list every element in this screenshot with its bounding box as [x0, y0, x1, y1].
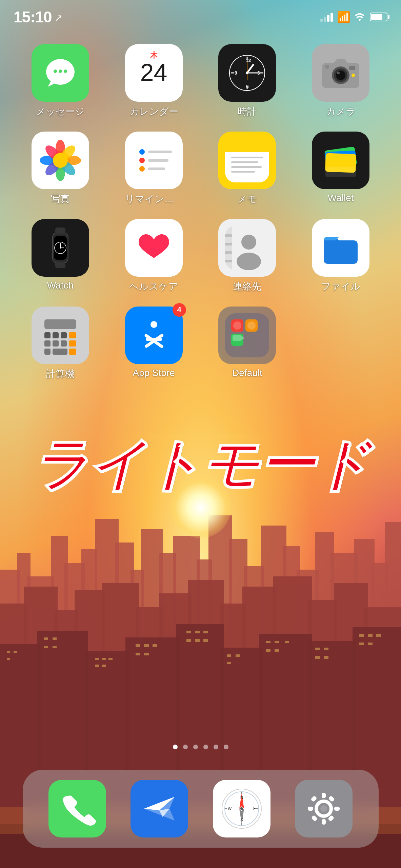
svg-rect-179 [53, 340, 59, 347]
svg-rect-167 [225, 251, 232, 254]
page-dot-2[interactable] [183, 745, 188, 749]
app-photos[interactable]: 写真 [17, 132, 104, 205]
page-dot-6[interactable] [224, 745, 228, 749]
notes-icon [218, 132, 276, 189]
svg-point-129 [53, 153, 68, 168]
svg-rect-76 [275, 641, 279, 643]
svg-point-131 [139, 149, 145, 155]
svg-rect-86 [376, 634, 381, 637]
svg-text:6: 6 [246, 84, 249, 89]
svg-rect-85 [368, 634, 373, 637]
page-dot-4[interactable] [203, 745, 208, 749]
watch-label: Watch [47, 280, 74, 291]
app-health[interactable]: ヘルスケア [111, 219, 197, 293]
clock-icon: 12 3 6 9 [218, 44, 276, 102]
svg-rect-174 [44, 332, 51, 338]
svg-rect-69 [186, 639, 191, 642]
reminders-icon [125, 132, 183, 189]
svg-rect-187 [146, 338, 162, 341]
page-dot-1[interactable] [173, 745, 178, 749]
svg-rect-83 [324, 656, 328, 659]
svg-point-132 [139, 158, 145, 163]
svg-rect-136 [148, 167, 165, 170]
svg-rect-74 [227, 662, 231, 664]
calendar-label: カレンダー [129, 105, 178, 118]
battery-icon [370, 13, 387, 21]
app-watch[interactable]: Watch [17, 219, 104, 293]
safari-icon: N S E W [213, 780, 270, 837]
svg-point-215 [240, 807, 243, 810]
svg-rect-145 [231, 171, 255, 173]
svg-rect-181 [69, 340, 76, 347]
status-time: 15:10 [14, 8, 52, 26]
dock-settings[interactable] [295, 780, 353, 837]
svg-rect-164 [225, 226, 232, 270]
svg-rect-63 [153, 644, 157, 647]
svg-rect-51 [7, 658, 10, 660]
spark-icon [131, 780, 188, 837]
svg-text:E: E [253, 806, 256, 811]
svg-rect-66 [186, 631, 191, 633]
svg-rect-70 [195, 639, 200, 642]
app-appstore[interactable]: 4 App Store [111, 307, 197, 380]
svg-rect-178 [44, 340, 51, 347]
app-calculator[interactable]: 計算機 [17, 307, 104, 380]
dock-safari[interactable]: N S E W [213, 780, 270, 837]
files-icon [312, 219, 369, 277]
svg-rect-82 [315, 656, 320, 659]
app-wallet[interactable]: Wallet [297, 132, 384, 205]
svg-point-118 [325, 65, 329, 69]
svg-rect-117 [349, 66, 355, 70]
app-grid: メッセージ 木 24 カレンダー 12 3 6 [0, 37, 401, 387]
svg-rect-220 [322, 819, 326, 825]
svg-rect-68 [203, 631, 208, 633]
wallet-icon [312, 132, 369, 189]
svg-rect-165 [225, 234, 232, 237]
wallet-label: Wallet [328, 193, 354, 203]
page-dot-5[interactable] [214, 745, 218, 749]
svg-rect-53 [53, 637, 57, 640]
app-camera[interactable]: カメラ [297, 44, 384, 118]
svg-point-170 [237, 253, 261, 270]
app-notes[interactable]: メモ [204, 132, 291, 205]
svg-rect-64 [136, 653, 140, 655]
signal-icon [320, 12, 333, 22]
svg-rect-80 [315, 648, 320, 650]
svg-rect-75 [266, 641, 270, 643]
app-files[interactable]: ファイル [297, 219, 384, 293]
svg-rect-50 [14, 651, 17, 653]
default-icon [218, 307, 276, 364]
watermark: ライトモード [32, 428, 370, 504]
app-default[interactable]: Default [204, 307, 291, 380]
app-clock[interactable]: 12 3 6 9 時計 [204, 44, 291, 118]
svg-rect-135 [148, 159, 168, 162]
svg-point-169 [241, 235, 256, 250]
appstore-label: App Store [133, 368, 175, 378]
app-contacts[interactable]: 連絡先 [204, 219, 291, 293]
clock-label: 時計 [238, 105, 257, 118]
svg-rect-159 [55, 228, 65, 234]
contacts-label: 連絡先 [233, 280, 261, 293]
page-dot-3[interactable] [193, 745, 198, 749]
app-messages[interactable]: メッセージ [17, 44, 104, 118]
svg-rect-65 [144, 653, 149, 655]
phone-icon [48, 780, 106, 837]
reminders-label: リマインダー [125, 193, 183, 205]
app-calendar[interactable]: 木 24 カレンダー [111, 44, 197, 118]
dock-spark[interactable] [131, 780, 188, 837]
svg-point-188 [151, 321, 157, 328]
svg-rect-72 [227, 654, 231, 657]
calculator-label: 計算機 [46, 368, 75, 380]
svg-point-96 [59, 70, 62, 73]
app-reminders[interactable]: リマインダー [111, 132, 197, 205]
svg-rect-56 [95, 658, 99, 660]
location-icon: ↗ [55, 12, 62, 23]
svg-text:N: N [240, 795, 243, 800]
svg-rect-81 [324, 648, 328, 650]
dock-phone[interactable] [48, 780, 106, 837]
default-label: Default [232, 368, 262, 378]
svg-rect-184 [69, 349, 76, 355]
svg-rect-222 [334, 807, 340, 811]
svg-point-198 [247, 321, 256, 330]
page-dots [173, 745, 228, 749]
